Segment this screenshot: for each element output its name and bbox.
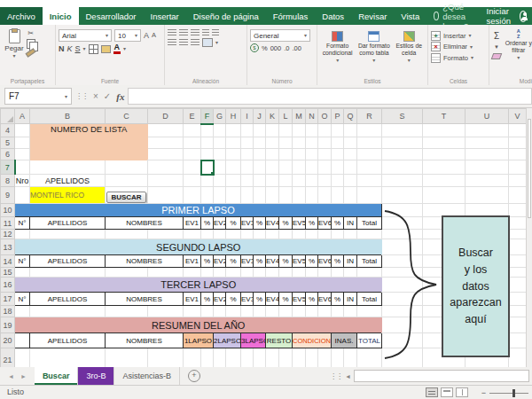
sheet-nav-right-icon[interactable]: ►: [20, 373, 27, 379]
row-header[interactable]: 15: [1, 268, 15, 278]
insert-function-icon[interactable]: fx: [116, 91, 124, 102]
header-cell[interactable]: N°: [15, 217, 30, 230]
header-cell[interactable]: APELLIDOS: [30, 333, 106, 348]
page-break-view-button[interactable]: [456, 387, 468, 397]
borders-icon[interactable]: [89, 44, 98, 54]
align-right-icon[interactable]: [191, 39, 200, 46]
sheet-tab-buscar[interactable]: Buscar: [35, 367, 79, 385]
tell-me-box[interactable]: ¿Qué desea hacer?: [426, 7, 486, 25]
page-layout-view-button[interactable]: [441, 387, 453, 397]
header-cell[interactable]: %: [279, 217, 293, 230]
tab-archivo[interactable]: Archivo: [0, 7, 43, 25]
normal-view-button[interactable]: [426, 387, 438, 397]
header-cell[interactable]: EV6: [318, 255, 332, 268]
currency-icon[interactable]: $: [250, 43, 259, 52]
header-cell[interactable]: EV4: [266, 217, 279, 230]
header-cell[interactable]: NOMBRES: [106, 217, 184, 230]
column-header[interactable]: I: [241, 109, 254, 124]
column-header[interactable]: R: [357, 109, 382, 124]
sheet-tab-asistencias[interactable]: Asistencias-B: [114, 367, 180, 385]
header-cell[interactable]: N°: [15, 255, 30, 268]
zoom-slider[interactable]: [489, 393, 528, 394]
column-header[interactable]: D: [148, 109, 184, 124]
row-header[interactable]: 20: [1, 333, 15, 348]
header-cell[interactable]: Total: [357, 255, 382, 268]
header-cell[interactable]: EV6: [318, 293, 332, 306]
column-header[interactable]: M: [293, 109, 306, 124]
column-header[interactable]: H: [226, 109, 241, 124]
row-header[interactable]: 8: [1, 175, 15, 187]
increase-decimal-icon[interactable]: .0: [284, 44, 289, 52]
row-header[interactable]: 21: [1, 348, 15, 368]
clear-icon[interactable]: [491, 53, 503, 59]
header-cell[interactable]: EV6: [318, 217, 332, 230]
row-header[interactable]: 13: [1, 239, 15, 255]
column-header[interactable]: O: [318, 109, 332, 124]
section-resumen[interactable]: RESUMEN DEL AÑO: [15, 317, 382, 333]
header-cell[interactable]: APELLIDOS: [30, 255, 106, 268]
header-cell[interactable]: EV2: [214, 217, 226, 230]
header-cell[interactable]: APELLIDOS: [30, 293, 106, 306]
zoom-out-icon[interactable]: −: [481, 388, 486, 397]
row-header[interactable]: 16: [1, 278, 15, 293]
header-cell[interactable]: IN: [344, 293, 357, 306]
confirm-entry-icon[interactable]: ✓: [104, 91, 111, 101]
autosum-icon[interactable]: Σ: [494, 31, 499, 41]
header-cell[interactable]: EV1: [184, 293, 201, 306]
header-cell[interactable]: EV2: [214, 293, 226, 306]
sort-filter-button[interactable]: AZ Ordenar y filtrar ▾: [503, 28, 532, 76]
font-size-combo[interactable]: 10 ▾: [114, 29, 141, 42]
orientation-icon[interactable]: [202, 29, 209, 36]
format-cells-button[interactable]: Formato ▾: [431, 53, 486, 63]
fill-down-icon[interactable]: ▼: [494, 44, 499, 50]
tab-vista[interactable]: Vista: [394, 7, 426, 25]
header-cell[interactable]: EV3: [241, 293, 254, 306]
header-cell[interactable]: NOMBRES: [106, 333, 184, 348]
row-header[interactable]: 10: [1, 204, 15, 217]
header-cell[interactable]: %: [254, 255, 266, 268]
tab-desarrollador[interactable]: Desarrollador: [79, 7, 144, 25]
tab-datos[interactable]: Datos: [315, 7, 351, 25]
decrease-font-icon[interactable]: A: [152, 32, 156, 39]
align-left-icon[interactable]: [168, 39, 176, 46]
apellidos-label-cell[interactable]: APELLIDOS: [30, 175, 106, 187]
column-header[interactable]: P: [332, 109, 344, 124]
sign-in-button[interactable]: Iniciar sesión: [487, 7, 532, 25]
paste-button[interactable]: Pegar ▾: [3, 27, 26, 59]
cell-styles-button[interactable]: Estilos de celda ▾: [393, 30, 425, 76]
italic-button[interactable]: K: [67, 44, 73, 53]
header-cell[interactable]: EV1: [184, 255, 201, 268]
header-cell[interactable]: %: [201, 217, 214, 230]
search-name-cell[interactable]: MONTIEL RICO: [30, 187, 106, 204]
header-cell[interactable]: EV5: [293, 293, 306, 306]
vertical-scrollbar-thumb[interactable]: [528, 119, 531, 218]
header-cell[interactable]: EV3: [241, 255, 254, 268]
column-header[interactable]: K: [266, 109, 279, 124]
header-cell[interactable]: %: [201, 255, 214, 268]
header-cell[interactable]: %: [226, 217, 241, 230]
horizontal-scrollbar-thumb[interactable]: [354, 370, 529, 382]
header-cell[interactable]: [15, 333, 30, 348]
header-cell-total[interactable]: TOTAL: [357, 333, 382, 348]
header-cell[interactable]: IN: [344, 255, 357, 268]
header-cell[interactable]: %: [332, 217, 344, 230]
nro-label-cell[interactable]: Nro: [15, 175, 30, 187]
header-cell-inas[interactable]: INAS.: [332, 333, 357, 348]
align-middle-icon[interactable]: [179, 29, 188, 36]
header-cell[interactable]: EV2: [214, 255, 226, 268]
formula-bar-splitter[interactable]: ⋮⋮: [75, 92, 88, 100]
delete-cells-button[interactable]: × Eliminar ▾: [431, 42, 486, 51]
column-header[interactable]: N: [306, 109, 318, 124]
header-cell[interactable]: NOMBRES: [106, 255, 184, 268]
column-header[interactable]: T: [423, 109, 466, 124]
header-cell[interactable]: EV1: [184, 217, 201, 230]
header-cell-resto[interactable]: RESTO: [266, 333, 293, 348]
vertical-scrollbar[interactable]: [526, 108, 532, 367]
formula-input[interactable]: [128, 88, 532, 105]
header-cell[interactable]: EV4: [266, 293, 279, 306]
active-cell-F7[interactable]: [201, 160, 214, 175]
header-cell[interactable]: %: [306, 255, 318, 268]
header-cell[interactable]: EV5: [293, 217, 306, 230]
insert-cells-button[interactable]: + Insertar ▾: [431, 31, 486, 41]
row-header[interactable]: 19: [1, 317, 15, 333]
